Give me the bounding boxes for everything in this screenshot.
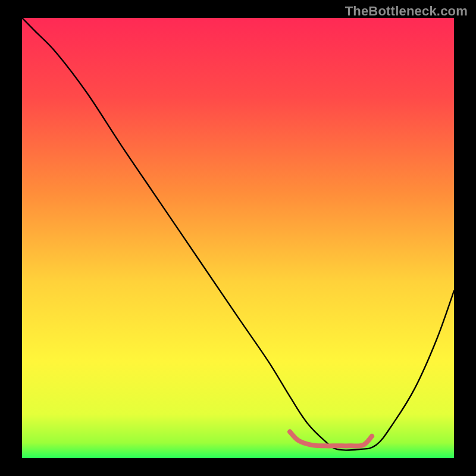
watermark-label: TheBottleneck.com [345,4,468,19]
chart-frame: TheBottleneck.com [0,0,476,476]
chart-plot-area [22,18,454,458]
gradient-background [22,18,454,458]
chart-svg [22,18,454,458]
